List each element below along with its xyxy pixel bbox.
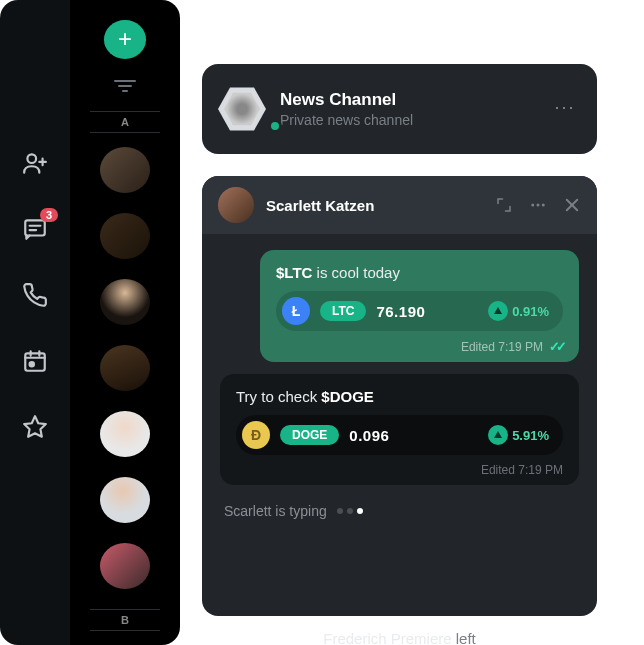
- trend-up-icon: [488, 425, 508, 445]
- ltc-icon: Ł: [282, 297, 310, 325]
- chat-card: Scarlett Katzen $LTC is cool today Ł LTC…: [202, 176, 597, 616]
- close-icon[interactable]: [563, 196, 581, 214]
- filter-icon[interactable]: [113, 79, 137, 93]
- chat-avatar[interactable]: [218, 187, 254, 223]
- contact-avatar[interactable]: [100, 477, 150, 523]
- svg-point-0: [27, 154, 36, 163]
- chat-header: Scarlett Katzen: [202, 176, 597, 234]
- nav-rail: 3: [0, 0, 70, 645]
- coin-price: 76.190: [376, 303, 425, 320]
- svg-rect-2: [25, 353, 45, 370]
- call-icon[interactable]: [22, 282, 48, 308]
- price-change: 5.91%: [488, 425, 549, 445]
- news-channel-card[interactable]: News Channel Private news channel ⋮: [202, 64, 597, 154]
- coin-symbol: LTC: [320, 301, 366, 321]
- svg-marker-14: [494, 431, 502, 438]
- svg-point-9: [537, 204, 540, 207]
- svg-point-8: [531, 204, 534, 207]
- doge-icon: Ð: [242, 421, 270, 449]
- read-receipt-icon: ✓✓: [549, 339, 563, 354]
- coin-price: 0.096: [349, 427, 389, 444]
- presence-dot: [268, 119, 282, 133]
- contact-avatar[interactable]: [100, 411, 150, 457]
- svg-point-10: [542, 204, 545, 207]
- chat-name: Scarlett Katzen: [266, 197, 479, 214]
- message-bubble-outgoing: $LTC is cool today Ł LTC 76.190 0.91% Ed…: [260, 250, 579, 362]
- section-letter-a: A: [90, 111, 160, 133]
- system-message: Frederich Premiere left: [202, 630, 597, 645]
- message-text: Try to check $DOGE: [236, 388, 563, 405]
- crypto-chip[interactable]: Ð DOGE 0.096 5.91%: [236, 415, 563, 455]
- section-letter-b: B: [90, 609, 160, 631]
- contact-avatar[interactable]: [100, 213, 150, 259]
- more-horizontal-icon[interactable]: [529, 196, 547, 214]
- contact-avatar[interactable]: [100, 543, 150, 589]
- contact-avatar[interactable]: [100, 147, 150, 193]
- contacts-column: + A B: [70, 0, 180, 645]
- channel-subtitle: Private news channel: [280, 112, 553, 128]
- typing-indicator: Scarlett is typing: [220, 497, 579, 519]
- crypto-chip[interactable]: Ł LTC 76.190 0.91%: [276, 291, 563, 331]
- message-text: $LTC is cool today: [276, 264, 563, 281]
- message-meta: Edited 7:19 PM ✓✓: [276, 339, 563, 354]
- messages-icon[interactable]: 3: [22, 216, 48, 242]
- message-bubble-incoming: Try to check $DOGE Ð DOGE 0.096 5.91% Ed…: [220, 374, 579, 485]
- svg-rect-1: [25, 220, 45, 235]
- channel-avatar: [218, 85, 280, 133]
- message-meta: Edited 7:19 PM: [236, 463, 563, 477]
- calendar-icon[interactable]: [22, 348, 48, 374]
- expand-icon[interactable]: [495, 196, 513, 214]
- price-change: 0.91%: [488, 301, 549, 321]
- contact-avatar[interactable]: [100, 345, 150, 391]
- chat-body: $LTC is cool today Ł LTC 76.190 0.91% Ed…: [202, 234, 597, 596]
- contact-avatar[interactable]: [100, 279, 150, 325]
- svg-point-3: [30, 362, 34, 366]
- star-icon[interactable]: [22, 414, 48, 440]
- more-icon[interactable]: ⋮: [553, 98, 577, 120]
- typing-dots-icon: [337, 508, 363, 514]
- trend-up-icon: [488, 301, 508, 321]
- people-icon[interactable]: [22, 150, 48, 176]
- svg-marker-4: [24, 416, 46, 437]
- unread-badge: 3: [40, 208, 58, 222]
- svg-marker-13: [494, 307, 502, 314]
- coin-symbol: DOGE: [280, 425, 339, 445]
- add-button[interactable]: +: [104, 20, 146, 59]
- channel-title: News Channel: [280, 90, 553, 110]
